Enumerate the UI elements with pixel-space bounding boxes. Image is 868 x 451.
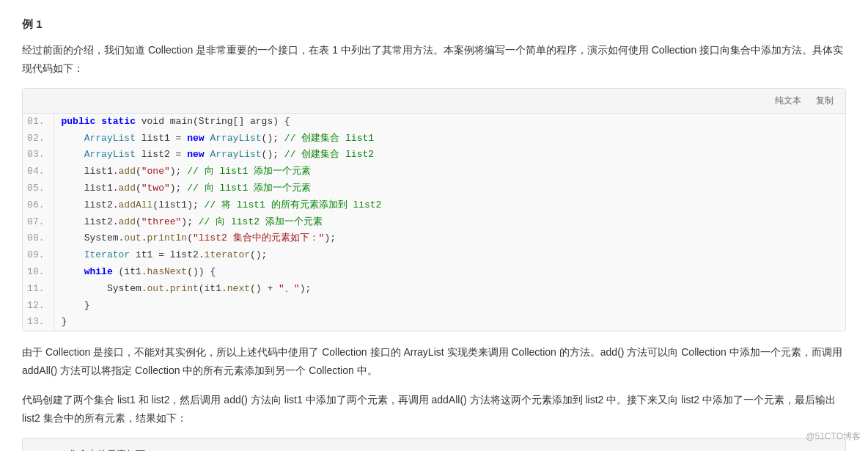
output-block: list2 集合中的元素如下： one、two、three、 bbox=[22, 438, 846, 451]
line-num: 09. bbox=[23, 247, 54, 264]
line-num: 07. bbox=[23, 214, 54, 231]
example-title: 例 1 bbox=[22, 15, 846, 34]
copy-button[interactable]: 复制 bbox=[812, 93, 838, 109]
line-code: Iterator it1 = list2.iterator(); bbox=[54, 247, 845, 264]
code-block-header: 纯文本 复制 bbox=[23, 89, 845, 114]
line-code: ArrayList list2 = new ArrayList(); // 创建… bbox=[54, 147, 845, 164]
line-code: list1.add("two"); // 向 list1 添加一个元素 bbox=[54, 180, 845, 197]
line-code: public static void main(String[] args) { bbox=[54, 114, 845, 131]
table-row: 03. ArrayList list2 = new ArrayList(); /… bbox=[23, 147, 845, 164]
table-row: 02. ArrayList list1 = new ArrayList(); /… bbox=[23, 131, 845, 147]
example-section: 例 1 经过前面的介绍，我们知道 Collection 是非常重要的一个接口，在… bbox=[22, 15, 846, 451]
table-row: 07. list2.add("three"); // 向 list2 添加一个元… bbox=[23, 214, 845, 231]
line-code: while (it1.hasNext()) { bbox=[54, 264, 845, 281]
output-label: list2 集合中的元素如下： bbox=[34, 447, 834, 451]
line-num: 06. bbox=[23, 197, 54, 214]
description-3: 代码创建了两个集合 list1 和 list2，然后调用 add() 方法向 l… bbox=[22, 391, 846, 428]
line-code: System.out.println("list2 集合中的元素如下："); bbox=[54, 230, 845, 247]
table-row: 11. System.out.print(it1.next() + "、"); bbox=[23, 281, 845, 298]
description-1: 经过前面的介绍，我们知道 Collection 是非常重要的一个接口，在表 1 … bbox=[22, 41, 846, 78]
table-row: 08. System.out.println("list2 集合中的元素如下："… bbox=[23, 230, 845, 247]
table-row: 01. public static void main(String[] arg… bbox=[23, 114, 845, 131]
line-code: list2.add("three"); // 向 list2 添加一个元素 bbox=[54, 214, 845, 231]
line-num: 02. bbox=[23, 131, 54, 147]
table-row: 06. list2.addAll(list1); // 将 list1 的所有元… bbox=[23, 197, 845, 214]
code-table: 01. public static void main(String[] arg… bbox=[23, 114, 845, 331]
table-row: 12. } bbox=[23, 298, 845, 315]
table-row: 13. } bbox=[23, 314, 845, 331]
description-2: 由于 Collection 是接口，不能对其实例化，所以上述代码中使用了 Col… bbox=[22, 343, 846, 380]
line-num: 04. bbox=[23, 164, 54, 180]
line-code: } bbox=[54, 298, 845, 315]
line-num: 11. bbox=[23, 281, 54, 298]
line-code: System.out.print(it1.next() + "、"); bbox=[54, 281, 845, 298]
code-block: 纯文本 复制 01. public static void main(Strin… bbox=[22, 88, 846, 331]
line-num: 01. bbox=[23, 114, 54, 131]
line-num: 03. bbox=[23, 147, 54, 164]
line-code: ArrayList list1 = new ArrayList(); // 创建… bbox=[54, 131, 845, 147]
table-row: 05. list1.add("two"); // 向 list1 添加一个元素 bbox=[23, 180, 845, 197]
watermark: @51CTO博客 bbox=[806, 429, 861, 444]
line-code: } bbox=[54, 314, 845, 331]
table-row: 04. list1.add("one"); // 向 list1 添加一个元素 bbox=[23, 164, 845, 180]
line-num: 10. bbox=[23, 264, 54, 281]
line-num: 12. bbox=[23, 298, 54, 315]
line-num: 08. bbox=[23, 230, 54, 247]
plaintext-button[interactable]: 纯文本 bbox=[770, 93, 806, 109]
line-code: list2.addAll(list1); // 将 list1 的所有元素添加到… bbox=[54, 197, 845, 214]
line-num: 05. bbox=[23, 180, 54, 197]
line-num: 13. bbox=[23, 314, 54, 331]
table-row: 10. while (it1.hasNext()) { bbox=[23, 264, 845, 281]
table-row: 09. Iterator it1 = list2.iterator(); bbox=[23, 247, 845, 264]
line-code: list1.add("one"); // 向 list1 添加一个元素 bbox=[54, 164, 845, 180]
